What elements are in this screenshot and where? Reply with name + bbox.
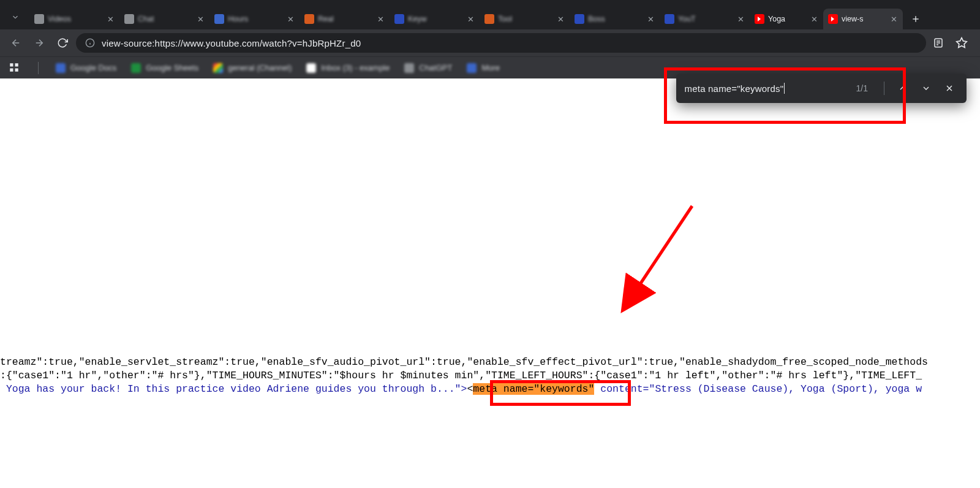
tab-favicon [394,14,404,24]
tab-favicon [34,14,44,24]
close-icon[interactable]: ✕ [376,15,385,23]
new-tab-button[interactable] [907,10,925,28]
tab-label: Real [318,15,372,23]
tab-inactive-8[interactable]: YouT ✕ [660,9,750,29]
bookmark-favicon [213,63,223,73]
site-info-icon[interactable] [85,37,96,48]
source-line-3: Yoga has your back! In this practice vid… [0,383,928,396]
tab-favicon [665,14,674,24]
tab-inactive-5[interactable]: Keyw ✕ [390,9,480,29]
tab-inactive-4[interactable]: Real ✕ [300,9,390,29]
source-lines: treamz":true,"enable_servlet_streamz":tr… [0,356,928,396]
find-query-text: meta name="keywords" [685,83,784,94]
find-input[interactable]: meta name="keywords" [685,83,844,94]
annotation-rectangle-source [490,380,631,406]
tab-label: YouT [678,15,733,23]
svg-rect-14 [10,68,13,71]
address-bar[interactable]: view-source:https://www.youtube.com/watc… [76,33,926,53]
youtube-icon [828,14,838,24]
tab-favicon [214,14,224,24]
source-line-1: treamz":true,"enable_servlet_streamz":tr… [0,356,928,369]
tab-label: Tool [498,15,552,23]
tab-label: Keyw [408,15,462,23]
tab-inactive-6[interactable]: Tool ✕ [480,9,570,29]
tab-yoga[interactable]: Yoga ✕ [750,9,823,29]
bookmark-item[interactable]: Google Sheets [131,63,198,73]
bookmark-favicon [306,63,316,73]
close-icon[interactable]: ✕ [286,15,295,23]
close-icon[interactable]: ✕ [736,15,745,23]
bookmark-label: Google Sheets [146,63,198,72]
bookmark-item[interactable]: Google Docs [56,63,116,73]
reader-mode-icon[interactable] [930,34,947,51]
find-previous-button[interactable] [894,80,911,97]
find-close-button[interactable] [941,80,958,97]
bookmark-favicon [131,63,141,73]
tab-label: Hours [228,15,282,23]
forward-button[interactable] [29,33,49,53]
svg-rect-15 [15,68,18,71]
bookmark-label: Google Docs [70,63,116,72]
bookmark-favicon [56,63,66,73]
bookmark-item[interactable]: general (Channel) [213,63,292,73]
bookmark-favicon [467,63,477,73]
find-match-count: 1/1 [850,83,874,93]
bookmark-item[interactable]: Inbox (3) - example [306,63,390,73]
source-string: content="Stress (Disease Cause), Yoga (S… [594,383,922,395]
tab-strip: Videos ✕ Chat ✕ Hours ✕ Real ✕ Keyw ✕ To… [0,0,980,29]
tab-label: Yoga [768,15,806,23]
source-line-2: :{"case1":"1 hr","other":"# hrs"},"TIME_… [0,369,928,383]
find-in-page-bar: meta name="keywords" 1/1 [676,74,967,103]
close-icon[interactable]: ✕ [810,15,818,23]
tab-label: Chat [138,15,192,23]
close-icon[interactable]: ✕ [196,15,205,23]
bookmark-label: More [481,63,500,72]
tab-favicon [484,14,494,24]
tab-inactive-2[interactable]: Chat ✕ [119,9,209,29]
tab-favicon [575,14,584,24]
svg-rect-13 [15,63,18,66]
browser-toolbar: view-source:https://www.youtube.com/watc… [0,29,980,56]
close-icon[interactable]: ✕ [466,15,475,23]
text-caret [784,83,785,94]
url-text: view-source:https://www.youtube.com/watc… [102,38,918,48]
find-bar-container: meta name="keywords" 1/1 [676,74,967,103]
bookmark-label: ChatGPT [419,63,452,72]
tab-inactive-7[interactable]: Boss ✕ [570,9,660,29]
tab-inactive-3[interactable]: Hours ✕ [209,9,300,29]
reload-button[interactable] [53,33,72,53]
bookmarks-divider [38,62,39,74]
tab-favicon [124,14,134,24]
youtube-icon [755,14,764,24]
apps-grid-icon[interactable] [9,62,21,74]
bookmark-item[interactable]: More [467,63,500,73]
back-button[interactable] [6,33,26,53]
source-string: Yoga has your back! In this practice vid… [0,383,467,395]
tab-label: Videos [48,15,102,23]
bookmark-label: Inbox (3) - example [321,63,390,72]
svg-marker-11 [957,38,967,48]
tabs-dropdown-button[interactable] [5,9,26,26]
find-separator [884,82,884,95]
close-icon[interactable]: ✕ [646,15,655,23]
tab-active-view-source[interactable]: view-s ✕ [823,9,903,29]
bookmark-label: general (Channel) [228,63,292,72]
find-next-button[interactable] [918,80,935,97]
bookmark-item[interactable]: ChatGPT [404,63,452,73]
close-icon[interactable]: ✕ [106,15,115,23]
close-icon[interactable]: ✕ [556,15,565,23]
tab-favicon [304,14,314,24]
tab-inactive-1[interactable]: Videos ✕ [29,9,119,29]
view-source-page: treamz":true,"enable_servlet_streamz":tr… [0,78,980,488]
bookmark-star-icon[interactable] [953,34,970,51]
toolbar-right [930,34,974,51]
svg-rect-12 [10,63,13,66]
tab-label: Boss [588,15,643,23]
angle-bracket: < [467,383,473,395]
close-icon[interactable]: ✕ [889,15,898,23]
bookmark-favicon [404,63,414,73]
tab-label: view-s [842,15,886,23]
